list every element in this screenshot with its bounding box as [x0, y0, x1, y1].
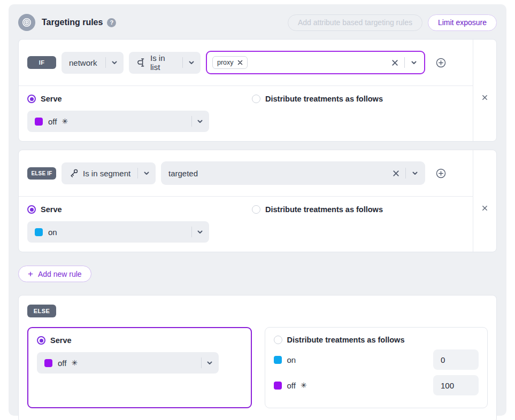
condition-row: ELSE IF Is in segment targeted	[19, 150, 473, 197]
radio-checked-icon[interactable]	[27, 205, 36, 214]
condition-row: IF network Is in list	[19, 40, 473, 86]
targeting-rules-panel: Targeting rules ? Add attribute based ta…	[9, 4, 506, 416]
chip-remove-icon[interactable]	[237, 60, 243, 65]
treatment-name: on	[287, 355, 296, 364]
page-title: Targeting rules	[42, 18, 103, 27]
segment-input[interactable]: targeted	[161, 161, 425, 185]
treatment-select[interactable]: off ✳	[37, 352, 219, 374]
else-distribute-panel[interactable]: Distribute treatments as follows on	[265, 327, 488, 408]
delete-rule-icon[interactable]	[480, 164, 489, 252]
default-treatment-marker: ✳	[301, 381, 307, 390]
else-badge: ELSE	[27, 305, 56, 317]
matcher-select-value: Is in segment	[83, 169, 131, 178]
string-match-icon	[136, 58, 146, 67]
radio-unchecked-icon[interactable]	[274, 336, 282, 344]
rule-card-else-if: ELSE IF Is in segment targeted	[18, 150, 497, 252]
clear-input-icon[interactable]	[391, 168, 401, 178]
segment-input-value: targeted	[168, 169, 198, 178]
treatment-select[interactable]: off ✳	[27, 111, 209, 132]
clear-input-icon[interactable]	[390, 58, 400, 68]
distribute-radio-option[interactable]: Distribute treatments as follows	[274, 336, 479, 344]
chevron-down-icon[interactable]	[410, 168, 420, 178]
chip-label: proxy	[217, 59, 234, 66]
radio-checked-icon[interactable]	[37, 336, 45, 345]
header: Targeting rules ? Add attribute based ta…	[18, 13, 497, 32]
radio-checked-icon[interactable]	[27, 95, 36, 103]
treatment-name: off	[287, 381, 296, 390]
chevron-down-icon	[188, 59, 195, 66]
serve-radio-option[interactable]: Serve	[37, 336, 242, 345]
add-new-rule-button[interactable]: + Add new rule	[18, 266, 91, 282]
treatment-swatch	[44, 359, 52, 367]
chevron-down-icon	[206, 359, 213, 367]
serve-radio-option[interactable]: Serve	[27, 95, 62, 103]
distribution-row: off ✳	[274, 375, 479, 395]
matcher-select[interactable]: Is in segment	[62, 162, 156, 184]
rule-actions-column	[473, 40, 496, 141]
distribute-radio-option[interactable]: Distribute treatments as follows	[252, 95, 383, 103]
else-card: ELSE Serve off ✳	[18, 295, 497, 420]
default-treatment-marker: ✳	[62, 117, 68, 126]
treatment-name: on	[48, 228, 57, 237]
if-badge: IF	[27, 56, 56, 69]
attribute-select-value: network	[69, 58, 99, 67]
serve-area: Serve Distribute treatments as follows o…	[19, 86, 473, 141]
help-icon[interactable]: ?	[107, 18, 116, 27]
treatment-name: off	[58, 359, 66, 368]
add-rule-row: + Add new rule	[18, 266, 497, 282]
radio-unchecked-icon[interactable]	[252, 95, 260, 103]
rule-card-if: IF network Is in list	[18, 39, 497, 142]
chevron-down-icon	[111, 59, 118, 66]
treatment-swatch	[35, 228, 43, 236]
else-serve-panel[interactable]: Serve off ✳	[27, 327, 252, 408]
treatment-swatch	[274, 356, 282, 364]
value-chip: proxy	[212, 56, 248, 69]
delete-rule-icon[interactable]	[480, 53, 489, 141]
matcher-select[interactable]: Is in list	[129, 52, 201, 74]
percentage-input[interactable]	[433, 375, 479, 395]
add-condition-icon[interactable]	[435, 57, 447, 69]
serve-area: Serve Distribute treatments as follows o…	[19, 197, 473, 252]
chevron-down-icon	[196, 118, 204, 125]
chevron-down-icon	[143, 169, 150, 177]
treatment-select[interactable]: on	[27, 221, 209, 243]
matcher-select-value: Is in list	[150, 53, 176, 72]
percentage-input[interactable]	[433, 349, 479, 370]
treatment-swatch	[35, 118, 43, 126]
chevron-down-icon	[196, 228, 204, 236]
plus-icon: +	[28, 269, 33, 278]
segment-key-icon	[69, 168, 79, 178]
distribution-row: on	[274, 349, 479, 370]
attribute-select[interactable]: network	[62, 52, 124, 74]
distribute-radio-option[interactable]: Distribute treatments as follows	[252, 205, 383, 214]
rule-actions-column	[473, 150, 496, 252]
add-condition-icon[interactable]	[435, 167, 447, 180]
treatment-swatch	[274, 382, 282, 390]
page: Targeting rules ? Add attribute based ta…	[0, 0, 515, 420]
radio-unchecked-icon[interactable]	[252, 205, 260, 214]
bullseye-icon	[18, 14, 35, 31]
else-if-badge: ELSE IF	[27, 167, 56, 180]
treatment-name: off	[48, 117, 57, 126]
serve-radio-option[interactable]: Serve	[27, 205, 62, 214]
chevron-down-icon[interactable]	[409, 58, 419, 67]
default-treatment-marker: ✳	[71, 359, 78, 367]
add-attribute-rules-button[interactable]: Add attribute based targeting rules	[288, 14, 422, 31]
limit-exposure-button[interactable]: Limit exposure	[428, 14, 497, 31]
values-input[interactable]: proxy	[206, 51, 425, 74]
